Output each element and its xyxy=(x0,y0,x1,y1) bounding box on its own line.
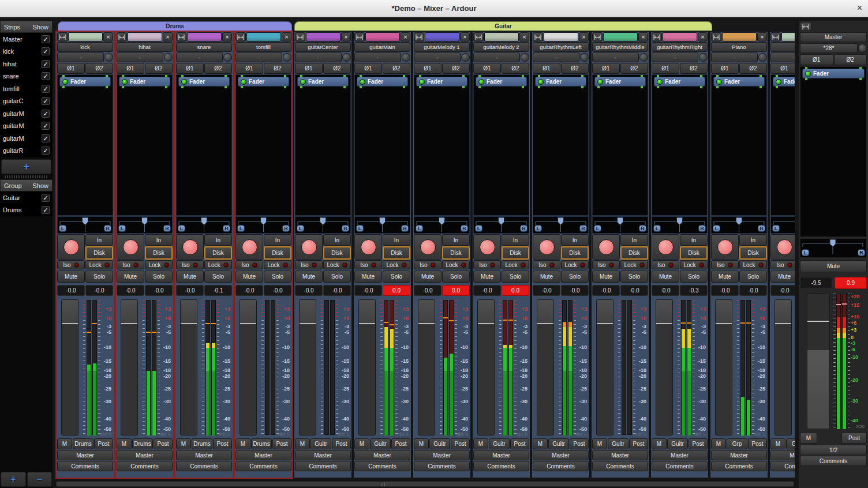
phase-invert-2-button[interactable]: Ø2 xyxy=(145,63,173,74)
gain-fader[interactable] xyxy=(807,293,830,429)
mute-button[interactable]: Mute xyxy=(800,260,867,272)
monitor-input-button[interactable]: In xyxy=(264,234,291,246)
peak-display[interactable]: -0.0 xyxy=(561,285,589,296)
phase-invert-2-button[interactable]: Ø2 xyxy=(502,63,529,74)
pan-right-button[interactable]: R xyxy=(639,225,646,232)
gain-fader[interactable] xyxy=(180,299,197,436)
pan-handle[interactable] xyxy=(736,217,742,225)
pan-right-button[interactable]: R xyxy=(698,225,706,232)
visibility-checkbox[interactable]: ✓ xyxy=(42,35,50,43)
fader-processor[interactable]: Fader xyxy=(535,77,586,87)
pan-handle[interactable] xyxy=(439,217,445,225)
mute-button[interactable]: Mute xyxy=(770,271,795,283)
solo-isolate-button[interactable]: Iso xyxy=(117,260,144,269)
gain-fader[interactable] xyxy=(61,299,78,436)
strip-name-button[interactable]: guitarRhythmRight xyxy=(652,42,708,52)
narrow-strip-icon[interactable] xyxy=(414,32,424,42)
comments-button[interactable]: Comments xyxy=(533,461,589,471)
monitor-input-button[interactable]: In xyxy=(323,234,351,246)
scrollbar-handle[interactable] xyxy=(57,482,794,486)
solo-lock-button[interactable]: Lock xyxy=(620,260,648,269)
master-output-combo[interactable]: *28* xyxy=(800,43,858,53)
strip-name-button[interactable]: tomfill xyxy=(235,42,291,52)
processor-box[interactable]: Fader xyxy=(176,74,232,216)
pan-left-button[interactable]: L xyxy=(594,225,601,232)
monitor-input-button[interactable]: In xyxy=(561,234,589,246)
pan-control[interactable]: LR xyxy=(770,216,795,234)
phase-invert-2-button[interactable]: Ø2 xyxy=(204,63,232,74)
solo-lock-button[interactable]: Lock xyxy=(502,260,529,269)
strip-name-button[interactable]: guitarRhythmLeft xyxy=(533,42,589,52)
narrow-strip-icon[interactable] xyxy=(800,22,811,31)
monitor-disk-button[interactable]: Disk xyxy=(680,246,708,260)
visibility-checkbox[interactable]: ✓ xyxy=(42,134,50,142)
gain-display[interactable]: -0.0 xyxy=(354,285,382,296)
visibility-checkbox[interactable]: ✓ xyxy=(42,72,50,80)
processor-active-led[interactable] xyxy=(478,79,484,85)
trim-knob[interactable] xyxy=(461,53,470,62)
visibility-checkbox[interactable]: ✓ xyxy=(42,85,50,93)
strip-color-button[interactable] xyxy=(781,32,795,42)
strip-color-button[interactable] xyxy=(544,32,578,42)
mono-button[interactable]: M xyxy=(176,438,191,449)
solo-lock-button[interactable]: Lock xyxy=(561,260,589,269)
processor-active-led[interactable] xyxy=(122,79,128,85)
narrow-strip-icon[interactable] xyxy=(295,32,305,42)
gain-display[interactable]: -9.5 xyxy=(800,277,832,289)
monitor-disk-button[interactable]: Disk xyxy=(739,246,767,260)
fader-handle[interactable] xyxy=(418,300,435,324)
processor-box[interactable]: Fader xyxy=(770,74,795,216)
strip-name-button[interactable]: snare xyxy=(176,42,232,52)
monitor-disk-button[interactable]: Disk xyxy=(264,246,291,260)
peak-display[interactable]: -0.1 xyxy=(204,285,232,296)
pan-right-button[interactable]: R xyxy=(461,225,468,232)
phase-invert-1-button[interactable]: Ø1 xyxy=(800,54,833,65)
strips-list-item[interactable]: snare✓ xyxy=(0,70,53,83)
metering-point-button[interactable]: Post xyxy=(629,438,648,449)
close-strip-icon[interactable]: × xyxy=(282,32,291,42)
input-button[interactable]: - xyxy=(473,52,520,62)
group-button[interactable]: Drums xyxy=(251,438,272,449)
comments-button[interactable]: Comments xyxy=(770,461,795,471)
record-arm-button[interactable] xyxy=(414,234,442,260)
output-button[interactable]: Master xyxy=(652,450,708,460)
group-button[interactable]: Guitr xyxy=(608,438,628,449)
narrow-strip-icon[interactable] xyxy=(176,32,186,42)
peak-display[interactable]: -0.3 xyxy=(680,285,708,296)
pan-right-button[interactable]: R xyxy=(282,225,290,232)
processor-active-led[interactable] xyxy=(419,79,425,85)
pan-left-button[interactable]: L xyxy=(802,249,809,256)
visibility-checkbox[interactable]: ✓ xyxy=(42,147,50,155)
solo-lock-button[interactable]: Lock xyxy=(264,260,291,269)
processor-box[interactable]: Fader xyxy=(533,74,589,216)
strip-color-button[interactable] xyxy=(246,32,281,42)
pan-right-button[interactable]: R xyxy=(758,225,765,232)
comments-button[interactable]: Comments xyxy=(354,461,410,471)
fader-processor[interactable]: Fader xyxy=(178,77,230,87)
record-arm-button[interactable] xyxy=(592,234,620,260)
gain-fader[interactable] xyxy=(537,299,554,436)
pan-control[interactable]: LR xyxy=(592,216,648,234)
close-strip-icon[interactable]: × xyxy=(579,32,589,42)
input-button[interactable]: - xyxy=(652,52,698,62)
phase-invert-2-button[interactable]: Ø2 xyxy=(561,63,589,74)
strips-list-item[interactable]: guitarR✓ xyxy=(0,145,53,157)
mute-button[interactable]: Mute xyxy=(533,271,560,283)
pan-left-button[interactable]: L xyxy=(178,225,185,232)
narrow-strip-icon[interactable] xyxy=(473,32,484,42)
metering-point-button[interactable]: Post xyxy=(689,438,708,449)
pan-handle[interactable] xyxy=(320,217,326,225)
pan-handle[interactable] xyxy=(558,217,564,225)
pan-left-button[interactable]: L xyxy=(237,225,245,232)
pan-handle[interactable] xyxy=(618,217,623,225)
gain-display[interactable]: -0.0 xyxy=(176,285,204,296)
group-active-checkbox[interactable]: ✓ xyxy=(42,194,50,202)
gain-display[interactable]: -0.0 xyxy=(711,285,739,296)
output-button[interactable]: Master xyxy=(711,450,767,460)
group-active-checkbox[interactable]: ✓ xyxy=(42,206,50,214)
visibility-checkbox[interactable]: ✓ xyxy=(42,60,50,68)
pan-right-button[interactable]: R xyxy=(163,225,171,232)
mono-button[interactable]: M xyxy=(414,438,429,449)
monitor-disk-button[interactable]: Disk xyxy=(502,246,529,260)
processor-box[interactable]: Fader xyxy=(800,66,867,237)
